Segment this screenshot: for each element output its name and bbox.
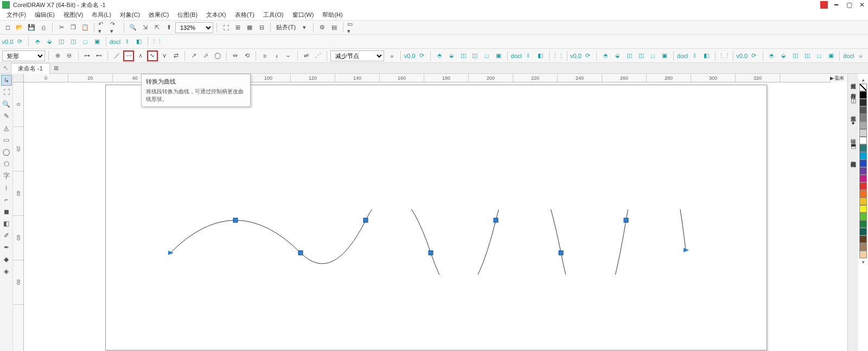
options-button[interactable]: ⚙ [317, 22, 328, 33]
tb2-btn-7[interactable]: □ [80, 36, 91, 47]
halign-button[interactable]: ⫞ [271, 50, 282, 61]
swatch-none[interactable] [859, 84, 867, 91]
pb-r-15[interactable]: ⬘ [600, 50, 611, 61]
swatch[interactable] [859, 220, 867, 228]
tb2-btn-12[interactable]: ⋮⋮ [151, 36, 162, 47]
tb2-btn-11[interactable]: ◧ [133, 36, 144, 47]
pb-r-11[interactable]: ◧ [535, 50, 546, 61]
pb-r-10[interactable]: ⫴ [523, 50, 534, 61]
menu-layout[interactable]: 布局(L) [87, 10, 115, 20]
docker-link[interactable]: 链接 [850, 132, 857, 137]
swatch[interactable] [859, 129, 867, 137]
ellipse-tool[interactable]: ◯ [1, 146, 12, 157]
zoom-select[interactable]: 132% [175, 22, 213, 33]
tb2-btn-2[interactable]: ⟳ [14, 36, 25, 47]
zoom-tool[interactable]: 🔍 [1, 99, 12, 110]
cut-button[interactable]: ✂ [56, 22, 67, 33]
docker-text-props[interactable]: 文本属性 [850, 110, 857, 114]
text-tool[interactable]: 字 [1, 170, 12, 181]
snap-label[interactable]: 贴齐(T) [274, 23, 298, 31]
reflect-button[interactable]: ⇌ [301, 50, 312, 61]
rotate-button[interactable]: ⟲ [242, 50, 253, 61]
guides-button[interactable]: ⊟ [256, 22, 267, 33]
fill-tool[interactable]: ◆ [1, 254, 12, 265]
pb-r-2[interactable]: ⟳ [416, 50, 427, 61]
rulers-button[interactable]: ⊞ [232, 22, 243, 33]
close-curve-button[interactable]: ◯ [212, 50, 223, 61]
pb-r-34[interactable]: » [855, 50, 866, 61]
pb-r-3[interactable]: ⬘ [434, 50, 445, 61]
swatch[interactable] [859, 106, 867, 114]
redo-button[interactable]: ↷ ▾ [110, 22, 120, 33]
dropshadow-tool[interactable]: ◼ [1, 206, 12, 217]
pb-r-16[interactable]: ⬙ [612, 50, 623, 61]
close-button[interactable]: ✕ [858, 1, 866, 9]
pb-r-12[interactable]: ⋮⋮ [553, 50, 564, 61]
break-nodes-button[interactable]: ⊷ [94, 50, 105, 61]
doc-tab[interactable]: 未命名 -1 [11, 63, 50, 74]
pb-r-32[interactable]: ▣ [826, 50, 837, 61]
ruler-origin[interactable] [13, 74, 24, 82]
pb-r-22[interactable]: ⫴ [689, 50, 700, 61]
add-node-button[interactable]: ⊕ [52, 50, 63, 61]
swatch[interactable] [859, 114, 867, 122]
pb-r-5[interactable]: ◫ [458, 50, 469, 61]
swatch[interactable] [859, 144, 867, 152]
overflow-button[interactable]: » [386, 50, 397, 61]
new-doc-tab[interactable]: ⊞ [52, 64, 61, 73]
swatch[interactable] [859, 251, 867, 258]
to-line-button[interactable]: ／ [111, 50, 122, 61]
new-button[interactable]: ◻ [2, 22, 13, 33]
menu-object[interactable]: 对象(C) [116, 10, 144, 20]
valign-button[interactable]: ⫟ [283, 50, 294, 61]
ruler-nav-arrow[interactable]: ▶ [828, 74, 835, 82]
copy-button[interactable]: ❐ [68, 22, 79, 33]
swatch[interactable] [859, 205, 867, 213]
extend-button[interactable]: ↗ [188, 50, 199, 61]
pb-r-33[interactable]: docl [843, 50, 854, 61]
symmetric-button[interactable]: ⋎ [159, 50, 170, 61]
pb-r-1[interactable]: v0.0 [404, 50, 415, 61]
grid-button[interactable]: ▦ [244, 22, 255, 33]
vertical-ruler[interactable]: 020406080 [13, 82, 24, 351]
extract-button[interactable]: ⬀ [200, 50, 211, 61]
pb-r-9[interactable]: docl [511, 50, 522, 61]
join-nodes-button[interactable]: ⊶ [82, 50, 93, 61]
swatch[interactable] [859, 197, 867, 205]
freehand-tool[interactable]: ✎ [1, 111, 12, 122]
swatch[interactable] [859, 228, 867, 235]
pb-r-24[interactable]: ⋮⋮ [719, 50, 730, 61]
docker-align[interactable]: 对齐与分布 [850, 87, 857, 91]
swatch[interactable] [859, 167, 867, 175]
pb-r-21[interactable]: docl [677, 50, 688, 61]
open-button[interactable]: 📂 [14, 22, 25, 33]
to-curve-button[interactable]: 〰 [123, 50, 134, 61]
menu-effects[interactable]: 效果(C) [144, 10, 173, 20]
snap-dropdown[interactable]: ▾ [299, 22, 310, 33]
swatch[interactable] [859, 235, 867, 243]
docker-icon-2[interactable]: ✦ [850, 119, 857, 127]
swatch[interactable] [859, 159, 867, 167]
pb-r-20[interactable]: ▣ [659, 50, 670, 61]
docker-obj-props[interactable]: 对象属性 [850, 77, 857, 81]
elastic-button[interactable]: ⋰ [313, 50, 324, 61]
pb-r-27[interactable]: ⬘ [767, 50, 777, 61]
connector-tool[interactable]: ⌐ [1, 194, 12, 205]
palette-down-arrow[interactable]: ▾ [862, 258, 865, 266]
export-button[interactable]: ⇱ [151, 22, 162, 33]
polygon-tool[interactable]: ⬠ [1, 158, 12, 169]
pb-r-17[interactable]: ◫ [624, 50, 635, 61]
stretch-button[interactable]: ⇔ [230, 50, 241, 61]
docker-icon-1[interactable]: ◫ [850, 97, 857, 104]
rectangle-tool[interactable]: ▭ [1, 135, 12, 145]
shape-preset-select[interactable]: 矩形 [2, 50, 45, 61]
tb2-btn-8[interactable]: ▣ [92, 36, 103, 47]
reduce-nodes-select[interactable]: 减少节点 [330, 50, 384, 61]
tb2-btn-1[interactable]: v0.0 [2, 36, 13, 47]
tb2-btn-10[interactable]: ⫴ [122, 36, 132, 47]
smooth-button[interactable]: ∿ [147, 50, 158, 61]
swatch[interactable] [859, 213, 867, 220]
pb-r-31[interactable]: □ [814, 50, 825, 61]
import-button[interactable]: ⇲ [139, 22, 150, 33]
undo-button[interactable]: ↶ ▾ [98, 22, 108, 33]
